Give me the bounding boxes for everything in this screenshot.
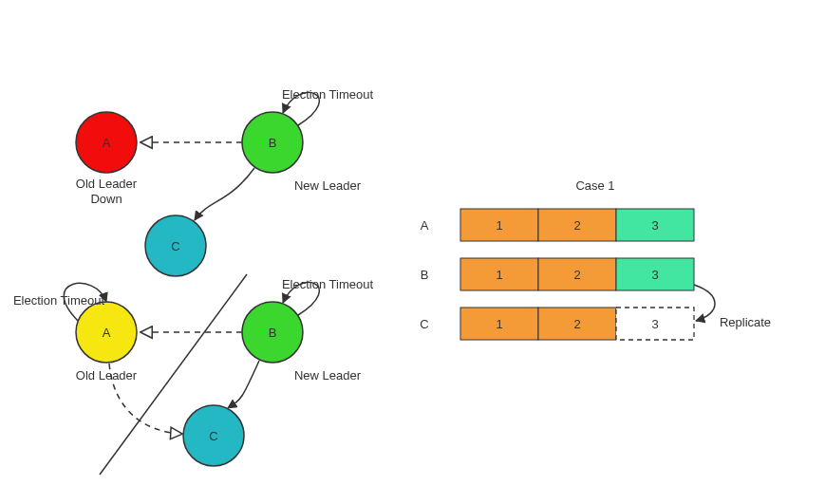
bottom-a-timeout-label: Election Timeout — [13, 293, 104, 308]
log-cell-value: 1 — [496, 268, 502, 282]
bottom-edge-b-to-c — [228, 361, 259, 408]
log-cell-value: 2 — [573, 268, 580, 282]
replicate-label: Replicate — [720, 315, 771, 329]
top-node-b-letter: B — [269, 136, 277, 150]
log-cell-value: 1 — [496, 317, 502, 331]
bottom-node-c: C — [183, 405, 244, 466]
log-cell-value: 3 — [651, 317, 658, 331]
logs-title: Case 1 — [575, 178, 614, 193]
bottom-node-b-letter: B — [269, 326, 277, 340]
top-edge-b-to-c — [195, 168, 254, 220]
bottom-node-a: A — [76, 302, 137, 363]
replicate-arrow — [694, 285, 715, 321]
top-node-a: A — [76, 112, 137, 173]
log-cell-value: 2 — [573, 317, 580, 331]
top-timeout-label: Election Timeout — [282, 87, 373, 102]
bottom-node-c-letter: C — [209, 429, 217, 443]
log-cell-value: 2 — [573, 218, 580, 233]
log-cell-value: 1 — [496, 218, 502, 233]
bottom-node-b-label: New Leader — [294, 368, 362, 383]
log-cell-value: 3 — [651, 268, 658, 282]
log-cell-value: 3 — [651, 218, 658, 233]
top-node-c: C — [145, 215, 206, 276]
logs-table: A123B123C123 — [420, 209, 694, 340]
top-node-b-label: New Leader — [294, 178, 362, 193]
top-node-a-label1: Old Leader — [76, 177, 138, 191]
top-node-c-letter: C — [171, 239, 179, 253]
log-row-id: A — [421, 218, 429, 233]
log-row-id: B — [421, 268, 429, 282]
log-row-id: C — [420, 317, 428, 331]
bottom-node-a-letter: A — [103, 326, 111, 340]
top-node-a-label2: Down — [90, 192, 122, 206]
bottom-node-b: B — [242, 302, 303, 363]
bottom-b-timeout-label: Election Timeout — [282, 277, 373, 291]
bottom-node-a-label: Old Leader — [76, 368, 138, 383]
top-node-b: B — [242, 112, 303, 173]
top-node-a-letter: A — [103, 136, 111, 150]
